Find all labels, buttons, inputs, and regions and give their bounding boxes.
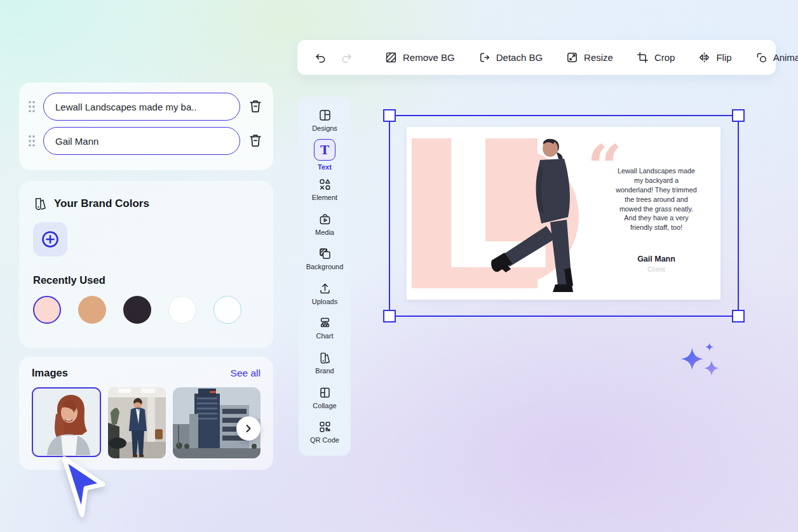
brand-colors-panel: Your Brand Colors Recently Used: [19, 181, 273, 348]
brand-swatches-icon: [33, 196, 48, 211]
uploads-icon: [318, 282, 332, 295]
qr-code-icon: [318, 420, 332, 434]
text-fields-panel: [19, 83, 273, 170]
detach-bg-label: Detach BG: [496, 52, 543, 63]
resize-handle-bottom-left[interactable]: [383, 310, 396, 323]
collage-icon: [318, 386, 332, 399]
color-swatch-tan[interactable]: [78, 296, 106, 324]
toolbar-buttons: Remove BG Detach BG Resize Crop: [385, 51, 798, 63]
flip-button[interactable]: Flip: [698, 51, 731, 63]
sidebar-item-text[interactable]: T Text: [299, 138, 351, 173]
resize-button[interactable]: Resize: [566, 51, 613, 63]
flip-label: Flip: [716, 52, 731, 63]
brand-colors-title: Your Brand Colors: [54, 197, 149, 210]
delete-quote-button[interactable]: [247, 98, 264, 116]
text-icon: T: [314, 139, 335, 161]
pointer-cursor: [60, 456, 111, 519]
images-next-button[interactable]: [236, 416, 260, 441]
author-text-field[interactable]: [43, 127, 240, 155]
trash-icon: [247, 132, 264, 149]
background-icon: [318, 247, 332, 260]
sidebar-item-qr-code[interactable]: QR Code: [299, 415, 351, 449]
crop-button[interactable]: Crop: [637, 51, 675, 63]
sidebar-item-element[interactable]: Element: [299, 172, 351, 207]
element-icon: [318, 178, 332, 191]
selection-frame[interactable]: [389, 115, 739, 317]
sidebar-item-collage[interactable]: Collage: [299, 380, 351, 415]
redo-button[interactable]: [341, 51, 353, 64]
undo-icon: [314, 51, 327, 64]
detach-bg-button[interactable]: Detach BG: [478, 51, 543, 63]
delete-author-button[interactable]: [247, 132, 264, 150]
sidebar-item-brand[interactable]: Brand: [299, 345, 351, 380]
detach-bg-icon: [478, 51, 490, 63]
resize-handle-bottom-right[interactable]: [732, 310, 745, 323]
sidebar-item-media[interactable]: Media: [299, 207, 351, 242]
remove-bg-icon: [385, 51, 397, 63]
author-field-row: [27, 127, 264, 155]
thumbnail-woman-portrait[interactable]: [32, 387, 101, 457]
resize-label: Resize: [584, 52, 613, 63]
add-brand-color-button[interactable]: [33, 222, 67, 256]
designs-icon: [318, 109, 332, 122]
remove-bg-button[interactable]: Remove BG: [385, 51, 455, 63]
recently-used-swatches: [33, 296, 259, 324]
chart-icon: [318, 316, 332, 329]
animate-label: Animate: [773, 52, 798, 63]
media-icon: [318, 213, 332, 226]
resize-handle-top-right[interactable]: [732, 109, 745, 122]
animate-button[interactable]: Animate: [755, 51, 798, 63]
sidebar-item-designs[interactable]: Designs: [299, 103, 351, 138]
thumbnail-man-office[interactable]: [108, 387, 166, 458]
remove-bg-label: Remove BG: [403, 52, 455, 63]
quote-field-row: [27, 93, 264, 121]
quote-text-field[interactable]: [43, 93, 240, 121]
ai-sparkles-icon: [681, 343, 722, 381]
sidebar-item-uploads[interactable]: Uploads: [299, 276, 351, 311]
recently-used-title: Recently Used: [33, 274, 259, 286]
crop-icon: [637, 51, 649, 63]
tools-sidebar: Designs T Text Element Media Background: [299, 96, 351, 456]
sidebar-item-chart[interactable]: Chart: [299, 311, 351, 346]
image-thumbnails: [32, 387, 260, 458]
sidebar-item-background[interactable]: Background: [299, 241, 351, 276]
history-controls: [314, 51, 353, 64]
circle-plus-icon: [39, 229, 61, 250]
chevron-right-icon: [243, 423, 254, 434]
see-all-link[interactable]: See all: [231, 368, 260, 379]
animate-icon: [755, 51, 768, 63]
crop-label: Crop: [654, 52, 675, 63]
redo-icon: [341, 51, 353, 64]
resize-handle-top-left[interactable]: [383, 109, 396, 122]
man-office-image: [108, 387, 166, 458]
color-swatch-white-blue[interactable]: [213, 296, 241, 324]
color-swatch-white[interactable]: [168, 296, 196, 324]
images-panel: Images See all: [19, 357, 273, 470]
color-swatch-dark[interactable]: [123, 296, 151, 324]
undo-button[interactable]: [314, 51, 327, 64]
images-title: Images: [32, 367, 68, 379]
trash-icon: [247, 98, 264, 114]
woman-portrait-image: [33, 389, 101, 455]
flip-icon: [698, 51, 710, 63]
brand-icon: [318, 351, 332, 364]
drag-handle-icon[interactable]: [27, 99, 37, 114]
resize-icon: [566, 51, 578, 63]
color-swatch-pink[interactable]: [33, 296, 61, 324]
context-toolbar: Remove BG Detach BG Resize Crop: [297, 40, 776, 75]
drag-handle-icon[interactable]: [27, 133, 37, 149]
